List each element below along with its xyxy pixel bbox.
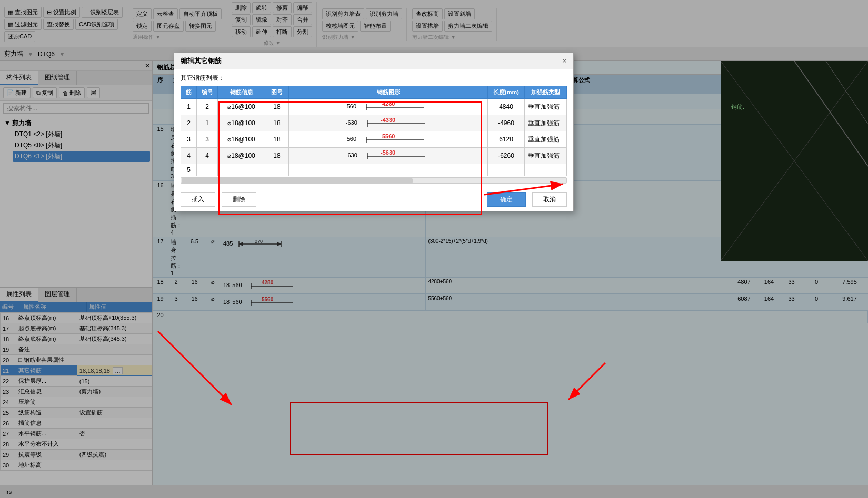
edit-rebar-modal: 编辑其它钢筋 × 其它钢筋列表： 筋 编号 钢筋信息 图号 钢筋图形 长度(mm… [174,53,574,211]
svg-text:-5630: -5630 [381,149,395,156]
modal-table-row-5: 5 [181,164,567,176]
modal-col-header-info: 钢筋信息 [218,86,265,99]
svg-text:-4330: -4330 [381,117,395,123]
modal-footer: 插入 删除 确定 取消 [174,188,573,211]
modal-cancel-btn[interactable]: 取消 [532,192,567,207]
svg-text:5560: 5560 [382,133,395,139]
modal-title: 编辑其它钢筋 [181,56,222,66]
modal-body: 其它钢筋列表： 筋 编号 钢筋信息 图号 钢筋图形 长度(mm) 加强筋类型 [174,69,573,188]
modal-col-header-num: 编号 [197,86,218,99]
modal-col-header-shape: 钢筋图形 [289,86,488,99]
modal-table-row-3: 3 3 ⌀16@100 18 560 5560 6120 [181,131,567,148]
modal-table-scroll: 筋 编号 钢筋信息 图号 钢筋图形 长度(mm) 加强筋类型 1 2 ⌀16@1… [181,86,567,176]
modal-scroll-thumb [182,178,413,184]
svg-text:4280: 4280 [382,100,395,107]
modal-insert-btn[interactable]: 插入 [181,192,215,207]
modal-table-header-row: 筋 编号 钢筋信息 图号 钢筋图形 长度(mm) 加强筋类型 [181,86,567,99]
modal-col-header-length: 长度(mm) [488,86,525,99]
modal-table-row-4: 4 4 ⌀18@100 18 -630 -5630 -6260 [181,148,567,164]
modal-rebar-table: 筋 编号 钢筋信息 图号 钢筋图形 长度(mm) 加强筋类型 1 2 ⌀16@1… [181,86,567,176]
modal-close-btn[interactable]: × [562,56,567,66]
modal-col-header-type: 加强筋类型 [525,86,567,99]
modal-subtitle: 其它钢筋列表： [181,74,567,83]
modal-col-header-fignum: 图号 [265,86,289,99]
modal-table-row-1: 1 2 ⌀16@100 18 560 4280 4840 [181,99,567,115]
modal-header: 编辑其它钢筋 × [174,53,573,69]
modal-col-header-seq: 筋 [181,86,197,99]
modal-confirm-btn[interactable]: 确定 [487,192,526,207]
modal-delete-btn[interactable]: 删除 [222,192,256,207]
modal-scrollbar[interactable] [181,177,567,184]
modal-table-row-2: 2 1 ⌀18@100 18 -630 -4330 -4960 [181,115,567,131]
